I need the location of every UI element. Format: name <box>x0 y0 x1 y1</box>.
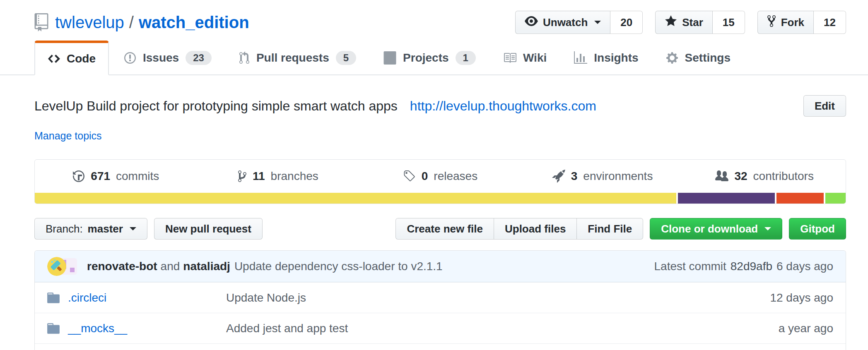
repo-name-link[interactable]: watch_edition <box>139 13 249 32</box>
forks-count[interactable]: 12 <box>814 11 846 34</box>
repo-website-link[interactable]: http://levelup.thoughtworks.com <box>410 98 596 114</box>
unwatch-button[interactable]: Unwatch <box>515 11 610 34</box>
avatar-renovate-bot[interactable] <box>47 257 66 276</box>
edit-button[interactable]: Edit <box>803 95 846 117</box>
tab-pull-requests[interactable]: Pull requests 5 <box>227 41 369 75</box>
graph-icon <box>574 51 587 65</box>
upload-files-button[interactable]: Upload files <box>494 218 576 240</box>
file-commit-message: Update Node.js <box>226 291 697 304</box>
star-label: Star <box>682 16 703 29</box>
tab-pull-requests-label: Pull requests <box>256 51 329 65</box>
latest-commit-label: Latest commit <box>654 260 726 273</box>
star-group: Star 15 <box>655 11 745 34</box>
watchers-count[interactable]: 20 <box>610 11 643 34</box>
repo-actions: Unwatch 20 Star 15 <box>515 11 846 34</box>
repo-title: twlevelup / watch_edition <box>34 13 249 32</box>
branch-name: master <box>88 223 123 235</box>
environments-stat[interactable]: 3 environments <box>521 170 684 183</box>
chevron-down-icon <box>130 227 136 230</box>
folder-icon <box>47 321 60 336</box>
tab-wiki[interactable]: Wiki <box>491 41 559 75</box>
project-icon <box>383 51 396 65</box>
manage-topics-link[interactable]: Manage topics <box>34 130 102 142</box>
file-commit-time: a year ago <box>697 322 833 335</box>
repo-nav: Code Issues 23 Pull requests 5 Projects … <box>0 41 868 75</box>
tab-insights-label: Insights <box>594 51 638 65</box>
repo-summary: 671 commits 11 branches 0 releases <box>34 159 846 204</box>
language-segment-html[interactable] <box>776 193 824 204</box>
chevron-down-icon <box>764 227 771 230</box>
releases-stat[interactable]: 0 releases <box>359 170 521 183</box>
tab-issues-label: Issues <box>143 51 179 65</box>
clone-or-download-label: Clone or download <box>661 223 758 235</box>
new-pull-request-button[interactable]: New pull request <box>154 218 263 240</box>
contributors-stat[interactable]: 32 contributors <box>683 170 846 183</box>
issues-count-badge: 23 <box>186 51 212 65</box>
commit-author-secondary[interactable]: nataliadj <box>183 260 230 273</box>
tab-code[interactable]: Code <box>34 41 109 75</box>
fork-button[interactable]: Fork <box>757 11 814 34</box>
file-commit-message: Added jest and app test <box>226 322 697 335</box>
branch-selector[interactable]: Branch: master <box>34 218 147 240</box>
tab-projects-label: Projects <box>403 51 449 65</box>
projects-count-badge: 1 <box>456 51 476 65</box>
create-new-file-button[interactable]: Create new file <box>395 218 494 240</box>
star-icon <box>665 14 677 31</box>
file-row-circleci: .circleci Update Node.js 12 days ago <box>35 282 846 313</box>
file-actions-group: Create new file Upload files Find File <box>395 218 643 240</box>
commits-stat[interactable]: 671 commits <box>35 170 197 183</box>
repo-description: LevelUp Build project for prototyping si… <box>34 98 398 114</box>
repo-separator: / <box>129 13 134 32</box>
chevron-down-icon <box>594 21 601 24</box>
find-file-button[interactable]: Find File <box>576 218 643 240</box>
environments-count: 3 <box>571 170 578 183</box>
commit-author-primary[interactable]: renovate-bot <box>87 260 157 273</box>
tab-settings[interactable]: Settings <box>653 41 743 75</box>
repo-header: twlevelup / watch_edition Unwatch 20 <box>34 10 846 35</box>
tab-insights[interactable]: Insights <box>562 41 651 75</box>
clone-or-download-button[interactable]: Clone or download <box>650 218 782 240</box>
fork-label: Fork <box>781 16 804 29</box>
file-table: renovate-bot and nataliadj Update depend… <box>34 250 846 350</box>
code-icon <box>48 52 60 65</box>
commit-avatars <box>47 257 79 276</box>
commit-message-link[interactable]: Update dependency css-loader to v2.1.1 <box>234 260 443 273</box>
tab-projects[interactable]: Projects 1 <box>371 41 488 75</box>
commit-sha-link[interactable]: 82d9afb <box>731 260 772 273</box>
repo-icon <box>34 13 48 31</box>
language-segment-shell[interactable] <box>825 193 846 204</box>
file-link[interactable]: __mocks__ <box>68 322 127 335</box>
fork-icon <box>767 14 776 31</box>
language-segment-javascript[interactable] <box>35 193 676 204</box>
language-segment-css[interactable] <box>678 193 775 204</box>
file-row-mocks: __mocks__ Added jest and app test a year… <box>35 313 846 343</box>
branch-label: Branch: <box>46 223 83 235</box>
about-section: LevelUp Build project for prototyping si… <box>34 95 846 117</box>
pull-requests-count-badge: 5 <box>336 51 356 65</box>
file-link[interactable]: .circleci <box>68 291 106 304</box>
stars-count[interactable]: 15 <box>713 11 745 34</box>
file-row-client-src: client/src test a month ago <box>35 343 846 350</box>
history-icon <box>72 170 85 183</box>
contributors-count: 32 <box>734 170 747 183</box>
star-button[interactable]: Star <box>655 11 713 34</box>
branches-stat[interactable]: 11 branches <box>197 170 359 183</box>
rocket-icon <box>552 170 565 183</box>
environments-label: environments <box>583 170 653 183</box>
releases-label: releases <box>434 170 477 183</box>
pull-request-icon <box>239 51 250 65</box>
file-toolbar: Branch: master New pull request Create n… <box>34 218 846 240</box>
gear-icon <box>666 51 678 65</box>
folder-icon <box>47 291 60 305</box>
branches-count: 11 <box>253 170 265 183</box>
commit-time: 6 days ago <box>776 260 833 273</box>
unwatch-label: Unwatch <box>543 16 588 29</box>
issue-icon <box>124 51 136 65</box>
tab-issues[interactable]: Issues 23 <box>111 41 224 75</box>
commit-conjunction: and <box>161 260 180 273</box>
gitpod-button[interactable]: Gitpod <box>789 218 846 240</box>
repo-owner-link[interactable]: twlevelup <box>55 13 124 32</box>
eye-icon <box>525 14 538 31</box>
branches-label: branches <box>271 170 318 183</box>
fork-group: Fork 12 <box>757 11 846 34</box>
